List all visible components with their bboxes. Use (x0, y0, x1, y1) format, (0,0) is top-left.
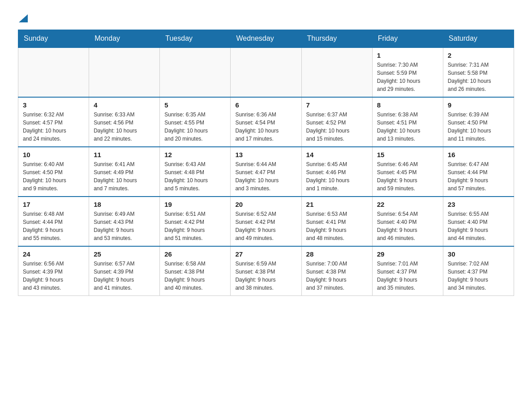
day-number: 22 (377, 201, 438, 208)
calendar-cell: 3Sunrise: 6:32 AMSunset: 4:57 PMDaylight… (18, 97, 89, 147)
calendar-cell: 21Sunrise: 6:53 AMSunset: 4:41 PMDayligh… (301, 197, 372, 246)
day-info: Sunrise: 6:41 AMSunset: 4:49 PMDaylight:… (94, 160, 155, 193)
day-info: Sunrise: 6:58 AMSunset: 4:38 PMDaylight:… (164, 260, 226, 292)
weekday-header-friday: Friday (372, 30, 443, 48)
day-info: Sunrise: 6:55 AMSunset: 4:40 PMDaylight:… (448, 210, 509, 242)
weekday-header-wednesday: Wednesday (231, 30, 301, 48)
weekday-header-saturday: Saturday (443, 30, 514, 48)
day-info: Sunrise: 6:52 AMSunset: 4:42 PMDaylight:… (235, 210, 296, 242)
day-info: Sunrise: 6:56 AMSunset: 4:39 PMDaylight:… (23, 260, 84, 292)
calendar-cell: 16Sunrise: 6:47 AMSunset: 4:44 PMDayligh… (443, 147, 514, 197)
calendar-cell: 23Sunrise: 6:55 AMSunset: 4:40 PMDayligh… (443, 197, 514, 246)
calendar-cell: 28Sunrise: 7:00 AMSunset: 4:38 PMDayligh… (301, 246, 372, 296)
day-info: Sunrise: 6:40 AMSunset: 4:50 PMDaylight:… (23, 160, 84, 193)
calendar-cell: 10Sunrise: 6:40 AMSunset: 4:50 PMDayligh… (18, 147, 89, 197)
calendar-cell (301, 47, 372, 97)
page-header (18, 13, 514, 21)
week-row-3: 10Sunrise: 6:40 AMSunset: 4:50 PMDayligh… (18, 147, 514, 197)
calendar-cell: 25Sunrise: 6:57 AMSunset: 4:39 PMDayligh… (89, 246, 160, 296)
calendar-table: SundayMondayTuesdayWednesdayThursdayFrid… (18, 30, 514, 296)
day-info: Sunrise: 6:54 AMSunset: 4:40 PMDaylight:… (377, 210, 438, 242)
day-number: 8 (377, 101, 438, 109)
day-number: 3 (23, 101, 84, 109)
calendar-cell (18, 47, 89, 97)
day-info: Sunrise: 6:32 AMSunset: 4:57 PMDaylight:… (23, 111, 84, 143)
day-info: Sunrise: 6:38 AMSunset: 4:51 PMDaylight:… (377, 111, 438, 143)
calendar-cell (89, 47, 160, 97)
day-info: Sunrise: 6:39 AMSunset: 4:50 PMDaylight:… (448, 111, 509, 143)
day-info: Sunrise: 6:47 AMSunset: 4:44 PMDaylight:… (448, 160, 509, 193)
day-number: 16 (448, 151, 509, 158)
calendar-cell: 20Sunrise: 6:52 AMSunset: 4:42 PMDayligh… (231, 197, 301, 246)
day-number: 5 (164, 101, 226, 109)
day-number: 20 (235, 201, 296, 208)
week-row-2: 3Sunrise: 6:32 AMSunset: 4:57 PMDaylight… (18, 97, 514, 147)
weekday-header-monday: Monday (89, 30, 160, 48)
calendar-cell (160, 47, 231, 97)
day-info: Sunrise: 6:51 AMSunset: 4:42 PMDaylight:… (164, 210, 226, 242)
calendar-cell: 7Sunrise: 6:37 AMSunset: 4:52 PMDaylight… (301, 97, 372, 147)
day-info: Sunrise: 6:44 AMSunset: 4:47 PMDaylight:… (235, 160, 296, 193)
day-number: 9 (448, 101, 509, 109)
day-number: 29 (377, 250, 438, 258)
day-number: 11 (94, 151, 155, 158)
day-info: Sunrise: 6:45 AMSunset: 4:46 PMDaylight:… (306, 160, 368, 193)
calendar-cell: 8Sunrise: 6:38 AMSunset: 4:51 PMDaylight… (372, 97, 443, 147)
weekday-header-tuesday: Tuesday (160, 30, 231, 48)
day-number: 2 (448, 51, 509, 59)
calendar-cell: 9Sunrise: 6:39 AMSunset: 4:50 PMDaylight… (443, 97, 514, 147)
day-number: 26 (164, 250, 226, 258)
calendar-cell: 26Sunrise: 6:58 AMSunset: 4:38 PMDayligh… (160, 246, 231, 296)
day-number: 27 (235, 250, 296, 258)
day-number: 30 (448, 250, 509, 258)
day-info: Sunrise: 7:01 AMSunset: 4:37 PMDaylight:… (377, 260, 438, 292)
weekday-header-thursday: Thursday (301, 30, 372, 48)
calendar-cell: 29Sunrise: 7:01 AMSunset: 4:37 PMDayligh… (372, 246, 443, 296)
calendar-cell: 18Sunrise: 6:49 AMSunset: 4:43 PMDayligh… (89, 197, 160, 246)
calendar-cell: 15Sunrise: 6:46 AMSunset: 4:45 PMDayligh… (372, 147, 443, 197)
weekday-header-row: SundayMondayTuesdayWednesdayThursdayFrid… (18, 30, 514, 48)
calendar-cell: 5Sunrise: 6:35 AMSunset: 4:55 PMDaylight… (160, 97, 231, 147)
day-info: Sunrise: 6:49 AMSunset: 4:43 PMDaylight:… (94, 210, 155, 242)
day-info: Sunrise: 6:36 AMSunset: 4:54 PMDaylight:… (235, 111, 296, 143)
day-info: Sunrise: 6:46 AMSunset: 4:45 PMDaylight:… (377, 160, 438, 193)
calendar-cell: 13Sunrise: 6:44 AMSunset: 4:47 PMDayligh… (231, 147, 301, 197)
day-info: Sunrise: 6:59 AMSunset: 4:38 PMDaylight:… (235, 260, 296, 292)
day-number: 15 (377, 151, 438, 158)
day-number: 24 (23, 250, 84, 258)
day-info: Sunrise: 6:48 AMSunset: 4:44 PMDaylight:… (23, 210, 84, 242)
logo-triangle-icon (19, 13, 28, 22)
calendar-cell: 12Sunrise: 6:43 AMSunset: 4:48 PMDayligh… (160, 147, 231, 197)
calendar-cell: 11Sunrise: 6:41 AMSunset: 4:49 PMDayligh… (89, 147, 160, 197)
day-info: Sunrise: 7:31 AMSunset: 5:58 PMDaylight:… (448, 61, 509, 93)
calendar-cell: 4Sunrise: 6:33 AMSunset: 4:56 PMDaylight… (89, 97, 160, 147)
day-number: 1 (377, 51, 438, 59)
day-info: Sunrise: 7:02 AMSunset: 4:37 PMDaylight:… (448, 260, 509, 292)
day-number: 4 (94, 101, 155, 109)
calendar-cell (231, 47, 301, 97)
day-number: 7 (306, 101, 368, 109)
day-number: 18 (94, 201, 155, 208)
day-number: 12 (164, 151, 226, 158)
calendar-cell: 19Sunrise: 6:51 AMSunset: 4:42 PMDayligh… (160, 197, 231, 246)
calendar-cell: 14Sunrise: 6:45 AMSunset: 4:46 PMDayligh… (301, 147, 372, 197)
day-number: 25 (94, 250, 155, 258)
day-info: Sunrise: 6:53 AMSunset: 4:41 PMDaylight:… (306, 210, 368, 242)
calendar-cell: 22Sunrise: 6:54 AMSunset: 4:40 PMDayligh… (372, 197, 443, 246)
calendar-cell: 1Sunrise: 7:30 AMSunset: 5:59 PMDaylight… (372, 47, 443, 97)
calendar-cell: 17Sunrise: 6:48 AMSunset: 4:44 PMDayligh… (18, 197, 89, 246)
day-info: Sunrise: 6:57 AMSunset: 4:39 PMDaylight:… (94, 260, 155, 292)
day-number: 19 (164, 201, 226, 208)
week-row-4: 17Sunrise: 6:48 AMSunset: 4:44 PMDayligh… (18, 197, 514, 246)
week-row-5: 24Sunrise: 6:56 AMSunset: 4:39 PMDayligh… (18, 246, 514, 296)
logo (18, 13, 28, 21)
day-info: Sunrise: 7:00 AMSunset: 4:38 PMDaylight:… (306, 260, 368, 292)
day-number: 28 (306, 250, 368, 258)
calendar-cell: 24Sunrise: 6:56 AMSunset: 4:39 PMDayligh… (18, 246, 89, 296)
calendar-cell: 6Sunrise: 6:36 AMSunset: 4:54 PMDaylight… (231, 97, 301, 147)
day-number: 13 (235, 151, 296, 158)
svg-marker-0 (19, 14, 28, 22)
weekday-header-sunday: Sunday (18, 30, 89, 48)
day-info: Sunrise: 6:33 AMSunset: 4:56 PMDaylight:… (94, 111, 155, 143)
day-number: 17 (23, 201, 84, 208)
